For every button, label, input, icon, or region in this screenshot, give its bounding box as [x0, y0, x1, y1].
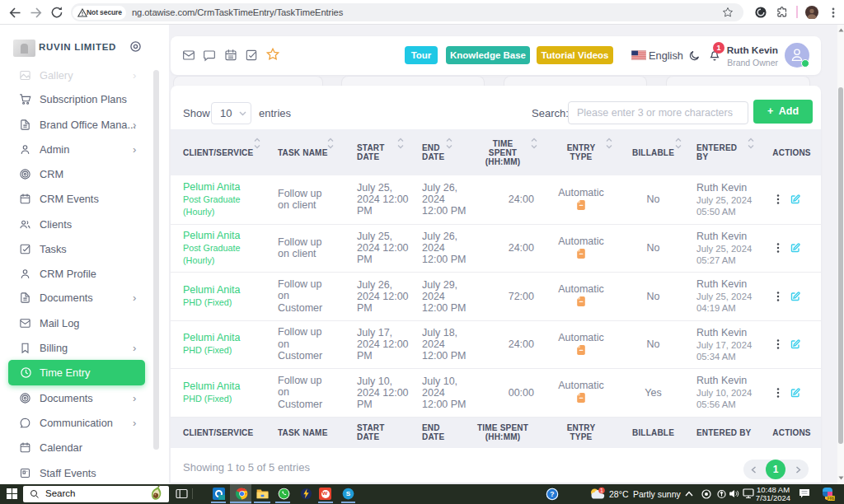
svg-text:S: S: [346, 490, 351, 497]
svg-text:?: ?: [550, 490, 554, 498]
svg-text:1: 1: [600, 488, 603, 493]
svg-text:FRE: FRE: [828, 497, 835, 501]
